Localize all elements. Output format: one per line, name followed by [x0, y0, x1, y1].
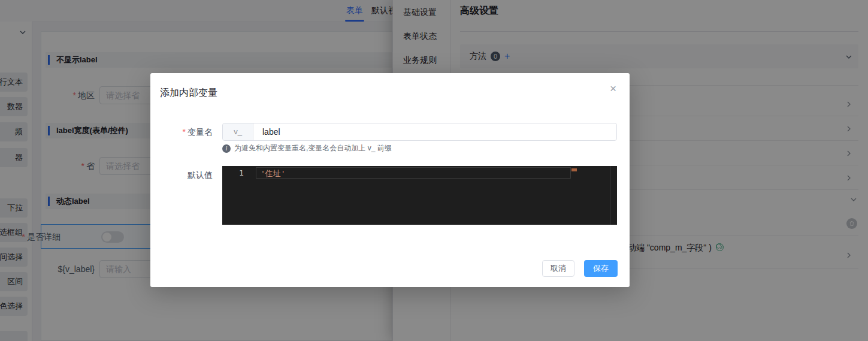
editor-code-text: '住址': [261, 168, 286, 179]
variable-name-input-group: v_: [222, 123, 617, 141]
default-value-label: 默认值: [150, 166, 213, 184]
form-designer-app: 表单 默认视 行文本 数器 频 器 下拉 选框组 间选择 区间 色选择 不显示l…: [0, 0, 868, 341]
editor-active-line: [256, 167, 571, 179]
dialog-title: 添加内部变量: [160, 87, 217, 99]
variable-name-hint: i 为避免和内置变量重名,变量名会自动加上 v_ 前缀: [222, 143, 392, 153]
variable-name-label: *变量名: [150, 123, 213, 141]
required-asterisk: *: [183, 127, 186, 137]
editor-scrollbar[interactable]: [610, 166, 610, 225]
info-icon: i: [222, 144, 231, 153]
close-icon[interactable]: ×: [610, 83, 616, 94]
variable-prefix: v_: [223, 123, 253, 140]
editor-minimap-mark: [571, 168, 577, 171]
default-value-code-editor[interactable]: 1 '住址': [222, 166, 617, 225]
cancel-button[interactable]: 取消: [542, 260, 574, 277]
variable-name-input[interactable]: [253, 123, 616, 140]
save-button[interactable]: 保存: [584, 260, 618, 277]
add-internal-variable-dialog: 添加内部变量 × *变量名 v_ i 为避免和内置变量重名,变量名会自动加上 v…: [150, 73, 630, 287]
editor-line-number: 1: [239, 168, 244, 177]
